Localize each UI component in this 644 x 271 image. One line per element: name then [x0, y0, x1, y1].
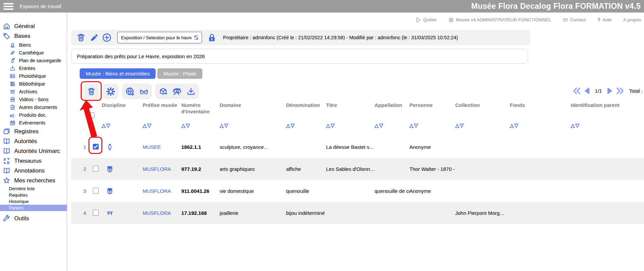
row-number-link[interactable]: 3	[71, 188, 89, 194]
sidebar-item-phototheque[interactable]: Photothèque	[0, 72, 67, 80]
personne-cell: Anonyme	[409, 144, 455, 150]
download-button[interactable]	[186, 87, 196, 96]
user-menu[interactable]: Musée v4 ADMINISTRATEUR FONCTIONNEL	[448, 17, 551, 23]
prefixe-link[interactable]: MUSFLORA	[143, 188, 181, 194]
first-page-button[interactable]	[572, 86, 581, 95]
row-number-link[interactable]: 4	[71, 210, 89, 216]
sort-arrows[interactable]: △▽	[143, 122, 179, 129]
sidebar-item-general[interactable]: Général	[0, 21, 67, 31]
add-basket-button[interactable]	[100, 31, 113, 44]
sort-arrows[interactable]: △▽	[455, 122, 508, 129]
numero-cell: 1862.1.1	[181, 144, 220, 150]
row-number-link[interactable]: 2	[71, 166, 89, 172]
list-actions-toolbar	[83, 84, 199, 99]
sidebar-item-biens[interactable]: Biens	[0, 41, 67, 49]
sidebar-item-paniers[interactable]: Paniers	[0, 205, 67, 211]
horus-eye-button[interactable]	[172, 87, 182, 96]
delete-basket-button[interactable]	[75, 31, 87, 44]
sidebar-item-thesaurus[interactable]: AB Thesaurus	[0, 156, 67, 166]
open-box-icon	[9, 89, 16, 95]
sidebar-item-produits-doc[interactable]: Produits doc.	[0, 111, 67, 119]
header-identification-parent: Identification parent△▽	[571, 102, 644, 129]
sort-arrows[interactable]: △▽	[510, 122, 569, 129]
sidebar-item-mes-recherches[interactable]: Mes recherches	[0, 176, 67, 185]
domaine-cell: joaillerie	[220, 210, 286, 216]
prefixe-link[interactable]: MUSFLORA	[143, 166, 181, 172]
domaine-cell: vie domestique	[220, 188, 286, 194]
basket-select[interactable]: Exposition / Selection pour le havre	[117, 32, 202, 43]
sidebar-item-registres[interactable]: Registres	[0, 127, 67, 136]
video-file-icon	[9, 96, 16, 103]
sidebar-item-archives[interactable]: Archives	[0, 88, 67, 95]
contact-link[interactable]: Contact	[563, 17, 586, 23]
sort-arrows[interactable]: △▽	[375, 122, 407, 129]
settings-button[interactable]	[103, 84, 119, 99]
open-book-icon	[3, 137, 11, 145]
prefixe-link[interactable]: MUSFLORA	[143, 210, 181, 216]
sort-arrows[interactable]: △▽	[220, 122, 284, 129]
aide-link[interactable]: ? Aide	[598, 17, 612, 23]
sort-arrows[interactable]: △▽	[102, 122, 141, 129]
svg-text:B: B	[7, 161, 9, 165]
hamburger-menu-icon[interactable]	[3, 3, 14, 10]
next-page-button[interactable]	[605, 86, 614, 95]
sidebar-item-autorites[interactable]: Autorités	[0, 136, 67, 146]
last-page-button[interactable]	[616, 86, 625, 95]
sidebar-item-evenements[interactable]: Evènements	[0, 119, 67, 127]
art-object-icon	[9, 42, 16, 48]
row-checkbox[interactable]	[93, 188, 99, 194]
sidebar-item-entrees[interactable]: Entrées	[0, 64, 67, 72]
discipline-cell	[102, 187, 143, 195]
tag-icon	[3, 32, 11, 40]
row-number-link[interactable]: 1	[71, 144, 89, 150]
numero-cell: 17.192.168	[181, 210, 220, 216]
export-box-button[interactable]	[158, 87, 168, 96]
row-checkbox[interactable]	[93, 210, 99, 216]
sidebar-item-bases[interactable]: Bases	[0, 31, 67, 41]
discipline-cell	[102, 165, 143, 173]
sidebar-item-historique[interactable]: Historique	[0, 198, 67, 205]
delete-selection-button[interactable]	[83, 84, 99, 99]
denomination-cell: quenouille	[286, 188, 326, 194]
sort-arrows[interactable]: △▽	[286, 122, 324, 129]
workspace-label[interactable]: Espaces de travail	[20, 3, 61, 9]
preview-glasses-button[interactable]	[139, 87, 149, 96]
publish-web-button[interactable]	[125, 87, 135, 96]
sidebar-item-bibliotheque[interactable]: Bibliothèque	[0, 80, 67, 88]
row-checkbox[interactable]	[93, 144, 99, 150]
tab-musee-photo[interactable]: Musée : Photo	[157, 68, 202, 79]
personne-cell: Anonyme	[409, 188, 455, 194]
denomination-cell: bijou indéterminé	[286, 210, 326, 216]
header-rownum	[71, 102, 89, 129]
tab-musee-biens-et-ensembles[interactable]: Musée : Biens et ensembles	[80, 68, 156, 79]
sort-arrows[interactable]: △▽	[181, 122, 218, 129]
sort-arrows[interactable]: △▽	[409, 122, 453, 129]
sidebar-item-outils[interactable]: Outils	[0, 213, 67, 223]
sidebar-item-annotations[interactable]: Annotations	[0, 166, 67, 176]
prefixe-link[interactable]: MUSEE	[143, 144, 181, 150]
domaine-cell: arts graphiques	[220, 166, 286, 172]
sidebar-item-autres-documents[interactable]: Autres documents	[0, 103, 67, 111]
refresh-icon[interactable]	[194, 35, 199, 40]
row-checkbox[interactable]	[93, 166, 99, 172]
previous-page-button[interactable]	[583, 86, 592, 95]
double-chevron-right-icon	[616, 86, 625, 95]
sidebar-item-requetes[interactable]: Requêtes	[0, 192, 67, 198]
quitter-link[interactable]: Quitter	[416, 17, 437, 23]
sort-arrows[interactable]: △▽	[326, 122, 373, 129]
table-row: 4 MUSFLORA 17.192.168 joaillerie bijou i…	[71, 202, 644, 224]
sort-arrows[interactable]: △▽	[571, 122, 642, 129]
sidebar-item-derniere-liste[interactable]: Dernière liste	[0, 185, 67, 192]
sidebar-item-autorites-unimarc[interactable]: Autorités Unimarc	[0, 146, 67, 156]
edit-basket-button[interactable]	[87, 31, 100, 44]
double-chevron-left-icon	[572, 86, 581, 95]
select-all-checkbox[interactable]	[89, 112, 95, 118]
sidebar-item-videos-sons[interactable]: Vidéos - Sons	[0, 95, 67, 103]
basket-description-field[interactable]: Préparation des prêts pour Le Havre, exp…	[71, 49, 528, 64]
results-table-header: Discipline△▽ Préfixe musée△▽ Numéro d'in…	[71, 102, 644, 129]
sidebar-item-plan-de-sauvegarde[interactable]: Plan de sauvegarde	[0, 57, 67, 64]
export-group	[155, 84, 199, 99]
sidebar-item-carotheque[interactable]: Carothèque	[0, 49, 67, 57]
apropos-link[interactable]: A propos	[623, 17, 641, 22]
header-denomination: Dénomination△▽	[286, 102, 326, 129]
